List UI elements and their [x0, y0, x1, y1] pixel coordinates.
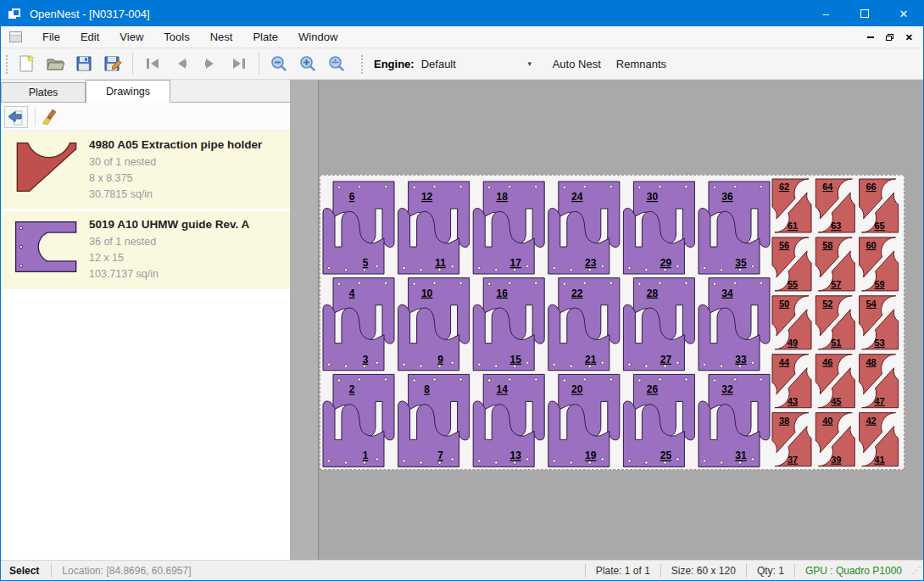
- red-part-pair: 6059: [860, 237, 899, 291]
- part-number-label: 36: [721, 191, 733, 203]
- drill-hole: [509, 282, 511, 284]
- drill-hole: [638, 379, 641, 382]
- tab-drawings[interactable]: Drawings: [86, 80, 170, 103]
- tab-plates[interactable]: Plates: [1, 82, 86, 102]
- drill-hole: [488, 282, 491, 285]
- drawing-list-item[interactable]: 4980 A05 Extraction pipe holder30 of 1 n…: [1, 131, 290, 209]
- zoom-out-button[interactable]: [266, 51, 292, 76]
- drill-hole: [601, 361, 604, 364]
- drill-hole: [358, 378, 360, 381]
- part-number-label: 65: [874, 221, 884, 231]
- engine-dropdown-arrow-icon[interactable]: ▾: [523, 56, 537, 71]
- red-part-pair: 4847: [860, 355, 899, 408]
- toolbar-grip[interactable]: [4, 53, 8, 74]
- red-part-pair: 3837: [772, 413, 811, 466]
- new-button[interactable]: [14, 51, 39, 76]
- part-number-label: 53: [874, 338, 884, 348]
- drill-hole: [451, 265, 454, 267]
- part-number-label: 38: [779, 416, 789, 426]
- part-number-label: 63: [831, 221, 841, 231]
- open-folder-icon: [46, 54, 64, 73]
- drill-hole: [459, 282, 462, 284]
- drill-hole: [610, 282, 612, 284]
- drill-hole: [760, 282, 762, 284]
- drawing-list-item[interactable]: 5019 A10 UHMW guide Rev. A36 of 1 nested…: [1, 211, 290, 288]
- tab-strip: PlatesDrawings: [1, 80, 290, 103]
- mdi-restore-icon[interactable]: [886, 34, 893, 41]
- part-number-label: 66: [866, 182, 876, 192]
- menu-edit[interactable]: Edit: [70, 27, 109, 47]
- document-icon[interactable]: [9, 31, 22, 42]
- drill-hole: [713, 282, 715, 285]
- menu-view[interactable]: View: [109, 27, 153, 47]
- drill-hole: [583, 378, 586, 381]
- drill-hole: [495, 268, 498, 271]
- toolbar-grip-2[interactable]: [359, 53, 364, 74]
- resize-grip-icon[interactable]: ⋰: [912, 565, 923, 576]
- engine-select[interactable]: Default: [421, 58, 523, 70]
- drill-hole: [645, 461, 648, 464]
- drill-hole: [451, 458, 454, 461]
- minimize-button[interactable]: –: [806, 1, 845, 26]
- part-number-label: 8: [424, 383, 430, 395]
- drill-hole: [535, 185, 537, 187]
- zoom-in-button[interactable]: [295, 51, 320, 76]
- part-number-label: 60: [866, 240, 876, 250]
- plate-sheet[interactable]: 6543211211109871817161514132423222120193…: [320, 175, 905, 470]
- red-part-pair: 5453: [860, 296, 899, 349]
- drill-hole: [403, 363, 405, 366]
- open-button[interactable]: [42, 51, 68, 76]
- drill-hole: [478, 363, 481, 366]
- close-button[interactable]: ✕: [884, 1, 923, 26]
- part-number-label: 40: [822, 416, 832, 426]
- part-number-label: 16: [497, 288, 509, 299]
- first-plate-button[interactable]: [140, 51, 165, 76]
- drill-hole: [713, 379, 715, 382]
- remnants-button[interactable]: Remnants: [609, 53, 674, 75]
- menu-tools[interactable]: Tools: [153, 27, 199, 47]
- main-toolbar: Engine: Default ▾ Auto Nest Remnants: [1, 48, 923, 80]
- drill-hole: [403, 266, 405, 269]
- nest-canvas[interactable]: 6543211211109871817161514132423222120193…: [290, 80, 924, 560]
- save-as-button[interactable]: [100, 51, 125, 76]
- drill-hole: [685, 378, 687, 381]
- maximize-button[interactable]: [845, 1, 884, 26]
- menu-file[interactable]: File: [32, 27, 70, 47]
- drill-hole: [433, 282, 436, 284]
- last-plate-button[interactable]: [226, 51, 252, 76]
- part-number-label: 21: [585, 354, 597, 366]
- clear-drawings-button[interactable]: [39, 106, 63, 128]
- drill-hole: [337, 282, 340, 285]
- zoom-fit-button[interactable]: [324, 51, 349, 76]
- drill-hole: [535, 378, 537, 381]
- part-number-label: 24: [571, 191, 583, 203]
- red-part-pair: 5049: [772, 296, 811, 349]
- auto-nest-button[interactable]: Auto Nest: [545, 53, 609, 75]
- drill-hole: [685, 282, 687, 284]
- drill-hole: [433, 185, 436, 187]
- next-plate-button[interactable]: [198, 51, 223, 76]
- drill-hole: [645, 365, 648, 367]
- menu-window[interactable]: Window: [288, 27, 348, 47]
- drill-hole: [420, 268, 422, 271]
- drill-hole: [751, 265, 754, 267]
- status-mode: Select: [1, 565, 51, 577]
- panel-splitter[interactable]: [290, 80, 319, 560]
- part-number-label: 55: [788, 279, 798, 289]
- drill-hole: [413, 282, 415, 285]
- part-number-label: 64: [822, 182, 833, 192]
- menu-nest[interactable]: Nest: [200, 27, 243, 47]
- drill-hole: [459, 185, 462, 187]
- save-button[interactable]: [71, 51, 97, 76]
- part-thumbnail: [13, 140, 81, 194]
- drill-hole: [478, 266, 481, 269]
- send-to-nest-button[interactable]: [4, 106, 28, 128]
- part-number-label: 4: [349, 288, 355, 299]
- mdi-minimize-icon[interactable]: [867, 36, 874, 38]
- mdi-close-icon[interactable]: ✕: [905, 33, 913, 42]
- part-number-label: 1: [363, 450, 369, 461]
- previous-plate-button[interactable]: [169, 51, 194, 76]
- red-part-pair: 4645: [815, 355, 854, 408]
- save-as-icon: [103, 54, 122, 73]
- menu-plate[interactable]: Plate: [242, 27, 288, 47]
